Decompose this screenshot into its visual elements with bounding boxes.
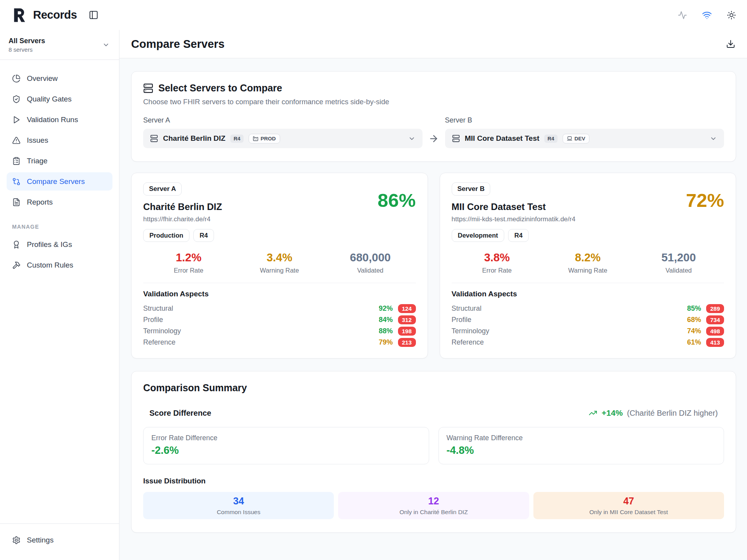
validation-aspects-title: Validation Aspects: [452, 290, 724, 298]
validation-aspects: Validation Aspects Structural 92% 124 Pr…: [143, 283, 416, 348]
play-icon: [12, 116, 21, 124]
sidebar-item-label: Custom Rules: [27, 261, 73, 270]
issue-count-badge: 198: [398, 327, 416, 336]
aspect-row: Reference 79% 213: [143, 337, 416, 348]
shield-check-icon: [12, 95, 21, 103]
content: Select Servers to Compare Choose two FHI…: [119, 58, 747, 546]
clipboard-icon: [12, 157, 21, 165]
sidebar-item-label: Issues: [27, 136, 48, 145]
sidebar-item-label: Overview: [27, 74, 58, 83]
app-name: Records: [33, 9, 77, 21]
validated-label: Validated: [633, 267, 724, 274]
page-header: Compare Servers: [119, 30, 747, 58]
server-scope-subtitle: 8 servers: [9, 46, 45, 53]
server-icon: [143, 83, 153, 93]
sidebar-item-settings[interactable]: Settings: [7, 531, 112, 549]
aspect-row: Profile 68% 734: [452, 314, 724, 326]
page-title: Compare Servers: [131, 38, 224, 51]
error-rate-difference-card: Error Rate Difference -2.6%: [143, 427, 429, 464]
score-difference-value: +14%: [601, 408, 622, 418]
warning-rate-label: Warning Rate: [542, 267, 633, 274]
sidebar-item-issues[interactable]: Issues: [7, 131, 112, 149]
issue-count-badge: 124: [398, 304, 416, 313]
git-compare-icon: [12, 177, 21, 186]
issue-count-badge: 413: [706, 338, 724, 347]
pie-chart-icon: [12, 74, 21, 83]
server-scope-switcher[interactable]: All Servers 8 servers: [0, 30, 119, 60]
sidebar-item-reports[interactable]: Reports: [7, 193, 112, 211]
issue-count-badge: 289: [706, 304, 724, 313]
issue-count-badge: 734: [706, 315, 724, 324]
export-button[interactable]: [726, 39, 735, 49]
select-servers-card: Select Servers to Compare Choose two FHI…: [131, 71, 736, 162]
server-a-select[interactable]: Charité Berlin DIZ R4 PROD: [143, 129, 423, 148]
sun-icon: [727, 10, 736, 20]
sidebar-item-profiles-igs[interactable]: Profiles & IGs: [7, 235, 112, 254]
issue-count-badge: 213: [398, 338, 416, 347]
topbar: Records: [0, 0, 747, 30]
warning-rate-difference-card: Warning Rate Difference -4.8%: [438, 427, 724, 464]
validated-value: 51,200: [633, 251, 724, 264]
server-a-card: Server A Charité Berlin DIZ https://fhir…: [131, 173, 428, 359]
comparison-summary-card: Comparison Summary Score Difference +14%…: [131, 371, 736, 533]
activity-button[interactable]: [678, 10, 687, 20]
conformance-score: 72%: [686, 191, 724, 210]
compare-direction: [423, 129, 445, 148]
panel-left-icon: [89, 10, 98, 20]
connection-status-button[interactable]: [702, 10, 712, 20]
server-url: https://fhir.charite.de/r4: [143, 215, 222, 223]
sidebar-item-label: Settings: [27, 536, 54, 544]
validation-aspects-title: Validation Aspects: [143, 290, 416, 298]
version-tag: R4: [193, 229, 214, 242]
logo-r-icon: [11, 7, 28, 24]
chevron-down-icon: [102, 41, 110, 49]
server-url: https://mii-kds-test.medizininformatik.d…: [452, 215, 575, 223]
wifi-icon: [702, 10, 712, 20]
aspect-row: Structural 92% 124: [143, 303, 416, 314]
sidebar-item-label: Compare Servers: [27, 177, 85, 186]
server-b-select[interactable]: MII Core Dataset Test R4 DEV: [445, 129, 724, 148]
sidebar-item-label: Quality Gates: [27, 95, 72, 103]
topbar-actions: [678, 10, 736, 20]
server-a-env-badge: PROD: [249, 134, 280, 144]
aspect-row: Terminology 88% 198: [143, 326, 416, 337]
aspect-row: Reference 61% 413: [452, 337, 724, 348]
select-servers-description: Choose two FHIR servers to compare their…: [143, 98, 724, 106]
server-b-label: Server B: [445, 116, 724, 124]
sidebar-item-validation-runs[interactable]: Validation Runs: [7, 110, 112, 129]
file-text-icon: [12, 198, 21, 206]
sidebar-item-label: Triage: [27, 157, 47, 165]
issue-count-badge: 312: [398, 315, 416, 324]
comparison-summary-title: Comparison Summary: [143, 382, 724, 394]
laptop-icon: [567, 136, 572, 141]
sidebar-item-triage[interactable]: Triage: [7, 152, 112, 170]
warning-rate-label: Warning Rate: [234, 267, 325, 274]
sidebar-item-custom-rules[interactable]: Custom Rules: [7, 256, 112, 274]
select-servers-title: Select Servers to Compare: [158, 82, 282, 94]
chevron-down-icon: [710, 135, 717, 142]
alert-triangle-icon: [12, 136, 21, 145]
theme-toggle-button[interactable]: [727, 10, 736, 20]
error-rate-value: 1.2%: [143, 251, 234, 264]
activity-icon: [678, 10, 687, 20]
env-tag: Development: [452, 229, 505, 242]
sidebar-item-quality-gates[interactable]: Quality Gates: [7, 90, 112, 108]
sidebar-toggle-button[interactable]: [89, 10, 98, 20]
sidebar-item-overview[interactable]: Overview: [7, 69, 112, 88]
server-b-selected-name: MII Core Dataset Test: [465, 134, 540, 143]
conformance-score: 86%: [377, 191, 416, 210]
server-a-label: Server A: [143, 116, 423, 124]
version-tag: R4: [508, 229, 529, 242]
issue-count-badge: 498: [706, 327, 724, 336]
error-rate-value: 3.8%: [452, 251, 543, 264]
server-scope-title: All Servers: [9, 37, 45, 45]
sidebar-footer: Settings: [0, 523, 119, 560]
sidebar-item-compare-servers[interactable]: Compare Servers: [7, 172, 112, 191]
issue-distribution-label: Issue Distribution: [143, 477, 724, 485]
only-server-b-issues-box: 47 Only in MII Core Dataset Test: [533, 492, 724, 519]
aspect-row: Profile 84% 312: [143, 314, 416, 326]
factory-icon: [253, 136, 258, 141]
sidebar-item-label: Profiles & IGs: [27, 240, 72, 249]
server-a-version-badge: R4: [230, 135, 243, 143]
server-icon: [150, 135, 158, 142]
